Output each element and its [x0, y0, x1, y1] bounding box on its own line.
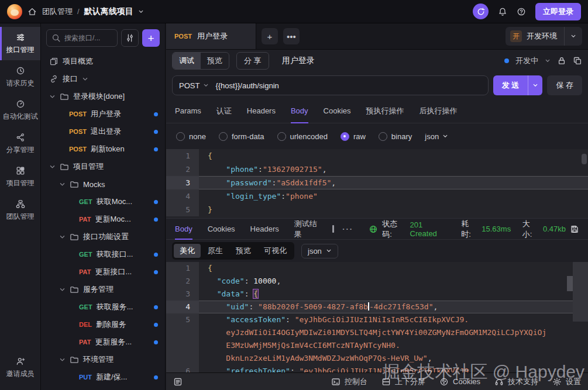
raw-type-select[interactable]: json — [425, 132, 448, 141]
request-tab[interactable]: Body — [291, 99, 308, 123]
log-icon[interactable] — [173, 377, 183, 386]
code-line[interactable]: eyJzdWIiOiI4OGIyMDIwZi01MDY5LTQ4MjctYWY4… — [166, 326, 588, 339]
cursor-bar-icon[interactable] — [332, 225, 334, 233]
code-line[interactable]: 6 "refreshToken": "eyJhbGciOiJIUzI1NiIsI… — [166, 365, 588, 372]
code-line[interactable]: 1{ — [166, 262, 588, 275]
body-type-radio-raw[interactable]: raw — [341, 132, 366, 141]
request-tab[interactable]: 后执行操作 — [419, 99, 458, 123]
sidebar-item-team[interactable]: 团队管理 — [0, 194, 40, 227]
more-icon[interactable]: ··· — [342, 225, 353, 233]
response-body-editor[interactable]: 1{2 "code": 10000,3 "data": {4 "uid": "8… — [166, 262, 588, 372]
sidebar-item-grid[interactable]: 项目管理 — [0, 160, 40, 194]
home-icon[interactable] — [27, 7, 37, 16]
tree-item-request[interactable]: GET获取Moc... — [41, 193, 165, 210]
tree-item-root[interactable]: 接口 — [41, 70, 165, 88]
search-input[interactable]: 搜索接口/... — [46, 29, 118, 47]
format-tab[interactable]: 预览 — [230, 244, 257, 258]
invite-member-button[interactable]: 邀请成员 — [0, 351, 40, 384]
tree-item-request[interactable]: PAT更新接口... — [41, 263, 165, 281]
statusbar-headset-button[interactable]: 技术支持 — [494, 377, 538, 387]
body-type-radio-none[interactable]: none — [176, 132, 206, 141]
save-button[interactable]: 保 存 — [547, 75, 582, 95]
breadcrumb-project[interactable]: 默认离线项目 — [84, 6, 133, 17]
code-line[interactable]: DknLnz2xeLiM1yAdw3NMdWDZJwzWhOqP7Qs-HeVR… — [166, 352, 588, 365]
add-button[interactable]: + — [142, 29, 160, 47]
sidebar-item-sliders[interactable]: 接口管理 — [0, 27, 40, 60]
send-options-icon[interactable] — [528, 75, 542, 95]
code-line[interactable]: 3 "password":"aSddx1fdf5", — [166, 176, 588, 189]
tree-item-request[interactable]: GET获取服务... — [41, 298, 165, 316]
tree-item-folder[interactable]: 接口功能设置 — [41, 228, 165, 246]
sidebar-item-share[interactable]: 分享管理 — [0, 127, 40, 160]
tree-item-request[interactable]: DEL删除服务 — [41, 316, 165, 333]
send-button[interactable]: 发 送 — [493, 75, 543, 95]
tree-item-request[interactable]: GET获取接口... — [41, 246, 165, 263]
tree-item-folder[interactable]: 项目管理 — [41, 158, 165, 175]
lock-icon[interactable] — [557, 56, 566, 65]
code-line[interactable]: 1{ — [166, 149, 588, 163]
request-tab[interactable]: Headers — [247, 99, 276, 123]
tree-item-folder[interactable]: 环境管理 — [41, 351, 165, 368]
request-tab[interactable]: Cookies — [324, 99, 351, 123]
tree-item-overview[interactable]: 项目概览 — [41, 53, 165, 70]
code-line[interactable]: E3MzUwMjM5MjQsImV4cCI6MTczNTAyNTcyNH0. — [166, 339, 588, 352]
sidebar-item-gauge[interactable]: 自动化测试 — [0, 94, 40, 127]
sidebar-item-history[interactable]: 请求历史 — [0, 60, 40, 94]
response-tab[interactable]: 测试结果 — [294, 219, 321, 239]
chevron-down-icon[interactable] — [545, 58, 551, 64]
app-logo[interactable] — [7, 4, 22, 19]
share-button[interactable]: 分 享 — [236, 52, 269, 70]
format-tab[interactable]: 原生 — [202, 244, 229, 258]
request-tab[interactable]: Params — [175, 99, 201, 123]
breadcrumb-team[interactable]: 团队管理 — [42, 6, 73, 17]
tree-item-folder[interactable]: 服务管理 — [41, 281, 165, 298]
request-tab[interactable]: 认证 — [216, 99, 232, 123]
statusbar-cookie-button[interactable]: Cookies — [439, 377, 480, 386]
sync-button[interactable] — [473, 4, 489, 19]
notifications-bell-icon[interactable] — [498, 7, 507, 16]
dev-status-label[interactable]: 开发中 — [515, 56, 538, 66]
scrollbar-thumb[interactable] — [567, 276, 573, 291]
document-tab[interactable]: POST 用户登录 — [166, 23, 256, 49]
help-icon[interactable] — [517, 7, 526, 16]
body-type-radio-binary[interactable]: binary — [379, 132, 412, 141]
statusbar-split-button[interactable]: 上下分屏 — [381, 377, 425, 387]
code-line[interactable]: 4 "uid": "88b2020f-5069-4827-af8b-4dc271… — [166, 301, 588, 313]
code-line[interactable]: 2 "code": 10000, — [166, 275, 588, 288]
code-line[interactable]: 2 "phone":"13627092715", — [166, 163, 588, 176]
tree-item-request[interactable]: POST刷新token — [41, 140, 165, 158]
chevron-down-icon[interactable] — [138, 9, 144, 15]
url-input[interactable]: {{host}}/auth/signin — [215, 81, 487, 90]
request-body-editor[interactable]: 1{2 "phone":"13627092715",3 "password":"… — [166, 149, 588, 218]
environment-select[interactable]: 开 开发环境 — [506, 27, 582, 46]
request-tab[interactable]: 预执行操作 — [366, 99, 404, 123]
view-mode-tab[interactable]: 调试 — [173, 53, 201, 69]
tree-item-folder[interactable]: 登录模块[done] — [41, 88, 165, 105]
more-tabs-button[interactable]: ••• — [283, 28, 300, 44]
view-mode-tab[interactable]: 预览 — [201, 53, 229, 69]
login-button[interactable]: 立即登录 — [535, 3, 581, 20]
response-tab[interactable]: Body — [175, 219, 192, 239]
code-line[interactable]: 5} — [166, 203, 588, 216]
tree-item-request[interactable]: PAT更新服务... — [41, 333, 165, 351]
save-response-icon[interactable] — [570, 225, 579, 234]
body-type-radio-form-data[interactable]: form-data — [219, 132, 264, 141]
code-line[interactable]: 4 "login_type":"phone" — [166, 189, 588, 203]
tree-item-request[interactable]: POST用户登录 — [41, 105, 165, 123]
method-select[interactable]: POST — [173, 81, 215, 90]
tree-item-folder[interactable]: Mocks — [41, 175, 165, 193]
response-type-select[interactable]: json — [301, 244, 338, 258]
new-tab-button[interactable]: + — [262, 28, 278, 44]
response-tab[interactable]: Cookies — [208, 219, 235, 239]
copy-icon[interactable] — [573, 56, 582, 65]
minimap[interactable] — [573, 262, 588, 322]
response-tab[interactable]: Headers — [250, 219, 279, 239]
body-type-radio-urlencoded[interactable]: urlencoded — [277, 132, 328, 141]
filter-button[interactable] — [121, 29, 139, 47]
code-line[interactable]: 5 "accessToken": "eyJhbGciOiJIUzI1NiIsIn… — [166, 313, 588, 326]
format-tab[interactable]: 可视化 — [258, 244, 293, 258]
scrollbar-thumb[interactable] — [582, 154, 587, 164]
statusbar-gear-button[interactable]: 设置 — [552, 377, 581, 387]
tree-item-request[interactable]: PAT更新Moc... — [41, 210, 165, 228]
code-line[interactable]: 3 "data": { — [166, 288, 588, 301]
